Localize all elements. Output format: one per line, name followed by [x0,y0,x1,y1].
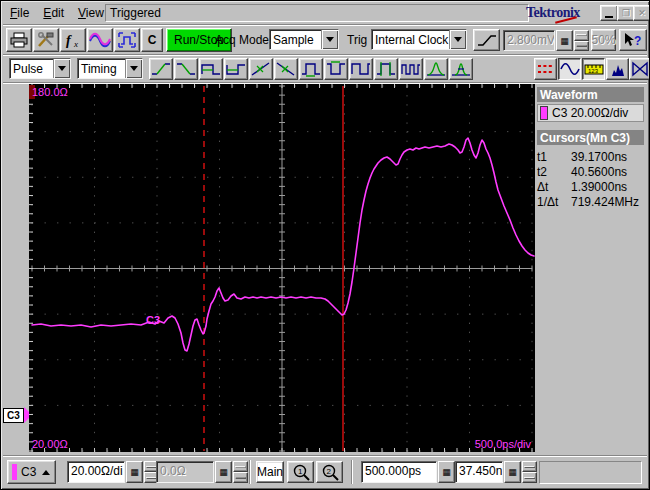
readout-row: t139.1700ns [537,149,644,164]
clear-label: C [148,33,157,47]
clear-button[interactable]: C [141,28,163,52]
readout-row: 1/Δt719.424MHz [537,194,644,209]
measure-positive-pulse-button[interactable] [299,58,323,80]
keypad-icon: ▦ [215,461,232,483]
readout-label: t1 [537,150,571,164]
vertical-scale-field[interactable]: 20.00Ω/di [67,461,125,483]
svg-text:x: x [73,39,78,48]
main-timebase-button[interactable]: Main [256,461,284,483]
waveform-entry[interactable]: C3 20.00Ω/div [537,104,644,122]
svg-text:?: ? [634,34,641,48]
up-arrow-icon [42,470,50,475]
falling-slope-icon [275,61,297,77]
svg-text:2: 2 [326,467,331,476]
vertical-offset-updown [233,461,248,483]
up-arrow-icon [235,466,245,468]
measure-category-dropdown-button[interactable] [53,59,70,78]
horizontal-scale-field[interactable]: 500.000ps [361,461,437,483]
chevron-down-icon [454,37,462,42]
cursors-icon [536,61,556,77]
waveform-header: Waveform [537,87,644,102]
minimize-button[interactable] [600,5,618,21]
measure-fall-time-button[interactable] [174,58,198,80]
horizontal-position-field[interactable]: 37.450n [455,461,503,483]
histogram-button[interactable] [606,58,629,80]
measure-frequency-button[interactable] [399,58,423,80]
print-button[interactable] [6,28,32,52]
cursors-header: Cursors(Mn C3) [537,130,644,145]
acq-mode-value: Sample [270,33,321,47]
magnifier-1-icon: 1 [292,464,310,481]
measure-positive-overshoot-button[interactable] [424,58,448,80]
spin-down-button [574,41,589,52]
context-help-button[interactable]: ? [619,29,647,51]
menu-file[interactable]: File [4,3,37,22]
keypad-icon[interactable]: ▦ [126,461,143,483]
measure-falling-slope-button[interactable] [274,58,298,80]
measure-negative-pulse-button[interactable] [324,58,348,80]
readout-label: 1/Δt [537,195,571,209]
measure-category-value: Pulse [10,62,53,76]
vertical-offset-spinner: 0.0Ω ▦ [156,461,248,483]
measure-class-dropdown-button[interactable] [125,59,142,78]
measure-duty-cycle-button[interactable] [374,58,398,80]
mask-button[interactable] [629,58,650,80]
trace-color-swatch [540,106,548,120]
math-button[interactable]: fx [60,28,86,52]
set-level-50-label: 50% [591,33,615,47]
acq-mode-select[interactable]: Sample [269,29,339,50]
measure-rise-time-button[interactable] [149,58,173,80]
measure-category-select[interactable]: Pulse [9,58,71,79]
readouts-button[interactable]: 123 [582,58,605,80]
rise-time-icon [150,61,172,77]
vertical-scale-spinner: 20.00Ω/di ▦ [67,461,159,483]
svg-text:1: 1 [298,467,303,476]
formula-icon: fx [63,32,83,48]
trig-dropdown-button[interactable] [449,30,466,49]
trigger-level-field: 2.800mV [503,30,555,51]
divider [351,460,353,484]
period-icon [350,61,372,77]
divider [249,460,251,484]
mag1-zoom-button[interactable]: 1 [287,461,314,483]
channel-marker[interactable]: C3 [3,408,24,423]
utilities-button[interactable] [33,28,59,52]
negative-pulse-icon [325,61,347,77]
histogram-icon [608,61,628,77]
minimize-icon [605,16,613,18]
cursors-button[interactable] [534,58,557,80]
trig-label: Trig [347,33,367,47]
keypad-icon[interactable]: ▦ [438,461,455,483]
negative-width-icon [225,61,247,77]
mag2-zoom-button[interactable]: 2 [316,461,343,483]
channel-color-swatch [12,464,17,480]
graticule-svg [29,84,535,452]
waveform-display-button[interactable] [558,58,581,80]
acq-mode-dropdown-button[interactable] [321,30,338,49]
measure-negative-width-button[interactable] [224,58,248,80]
time-scale-label: 500.0ps/div [475,438,531,450]
keypad-icon: ▦ [556,30,573,51]
readout-label: t2 [537,165,571,179]
fall-time-icon [175,61,197,77]
measure-positive-width-button[interactable] [199,58,223,80]
readout-row: Δt1.39000ns [537,179,644,194]
trigger-slope-button[interactable] [473,29,500,51]
spin-up-button[interactable] [522,461,537,472]
measure-rising-slope-button[interactable] [249,58,273,80]
channel-select-label: C3 [21,465,36,479]
down-arrow-icon [524,477,534,479]
spin-down-button[interactable] [522,472,537,483]
keypad-icon[interactable]: ▦ [504,461,521,483]
waveforms-icon [89,32,111,48]
waveform-button[interactable] [87,28,113,52]
menu-edit[interactable]: Edit [37,3,72,22]
trig-source-select[interactable]: Internal Clock [371,29,467,50]
measure-negative-overshoot-button[interactable] [449,58,473,80]
measure-period-button[interactable] [349,58,373,80]
acquire-button[interactable] [114,28,140,52]
positive-width-icon [200,61,222,77]
spin-up-button [233,461,248,472]
channel-select-button[interactable]: C3 [7,460,56,484]
measure-class-select[interactable]: Timing [77,58,143,79]
